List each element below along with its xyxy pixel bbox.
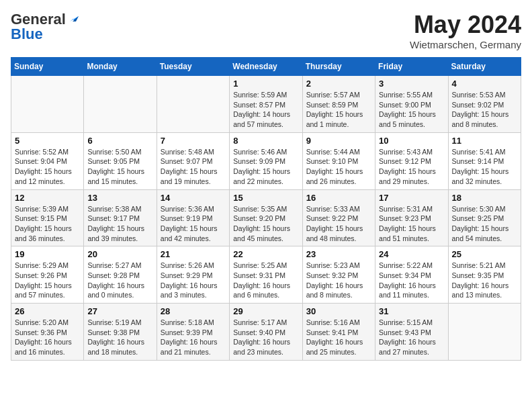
- day-number: 18: [452, 193, 517, 203]
- calendar-cell: 11Sunrise: 5:41 AM Sunset: 9:14 PM Dayli…: [448, 132, 521, 189]
- day-info: Sunrise: 5:21 AM Sunset: 9:35 PM Dayligh…: [452, 261, 517, 300]
- calendar-cell: 3Sunrise: 5:55 AM Sunset: 9:00 PM Daylig…: [375, 76, 448, 133]
- calendar-cell: 9Sunrise: 5:44 AM Sunset: 9:10 PM Daylig…: [302, 132, 375, 189]
- calendar-cell: 13Sunrise: 5:38 AM Sunset: 9:17 PM Dayli…: [84, 189, 157, 246]
- calendar-cell: [157, 76, 229, 133]
- subtitle: Wietmarschen, Germany: [410, 39, 521, 50]
- calendar-cell: 19Sunrise: 5:29 AM Sunset: 9:26 PM Dayli…: [11, 246, 84, 304]
- day-info: Sunrise: 5:23 AM Sunset: 9:32 PM Dayligh…: [306, 261, 371, 300]
- calendar-week-4: 19Sunrise: 5:29 AM Sunset: 9:26 PM Dayli…: [11, 246, 521, 304]
- calendar-cell: 30Sunrise: 5:16 AM Sunset: 9:41 PM Dayli…: [302, 304, 375, 361]
- calendar-cell: 14Sunrise: 5:36 AM Sunset: 9:19 PM Dayli…: [157, 189, 229, 246]
- day-info: Sunrise: 5:26 AM Sunset: 9:29 PM Dayligh…: [161, 261, 226, 300]
- calendar-cell: 5Sunrise: 5:52 AM Sunset: 9:04 PM Daylig…: [11, 132, 84, 189]
- day-info: Sunrise: 5:41 AM Sunset: 9:14 PM Dayligh…: [452, 147, 517, 187]
- day-number: 8: [233, 136, 298, 146]
- calendar-cell: 12Sunrise: 5:39 AM Sunset: 9:15 PM Dayli…: [11, 189, 84, 246]
- day-number: 24: [379, 249, 444, 259]
- day-number: 2: [306, 79, 371, 89]
- day-info: Sunrise: 5:50 AM Sunset: 9:05 PM Dayligh…: [87, 147, 152, 187]
- day-info: Sunrise: 5:39 AM Sunset: 9:15 PM Dayligh…: [15, 204, 80, 244]
- calendar-cell: 15Sunrise: 5:35 AM Sunset: 9:20 PM Dayli…: [230, 189, 302, 246]
- day-number: 6: [87, 136, 152, 146]
- calendar-week-2: 5Sunrise: 5:52 AM Sunset: 9:04 PM Daylig…: [11, 132, 521, 189]
- day-info: Sunrise: 5:22 AM Sunset: 9:34 PM Dayligh…: [379, 261, 444, 300]
- calendar-table: SundayMondayTuesdayWednesdayThursdayFrid…: [11, 57, 521, 361]
- day-info: Sunrise: 5:35 AM Sunset: 9:20 PM Dayligh…: [233, 204, 298, 244]
- day-info: Sunrise: 5:25 AM Sunset: 9:31 PM Dayligh…: [233, 261, 298, 300]
- calendar-cell: 2Sunrise: 5:57 AM Sunset: 8:59 PM Daylig…: [302, 76, 375, 133]
- day-info: Sunrise: 5:48 AM Sunset: 9:07 PM Dayligh…: [161, 147, 226, 187]
- calendar-header-thursday: Thursday: [302, 58, 375, 76]
- day-info: Sunrise: 5:27 AM Sunset: 9:28 PM Dayligh…: [87, 261, 152, 300]
- day-info: Sunrise: 5:20 AM Sunset: 9:36 PM Dayligh…: [15, 318, 80, 357]
- calendar-cell: [84, 76, 157, 133]
- calendar-cell: 10Sunrise: 5:43 AM Sunset: 9:12 PM Dayli…: [375, 132, 448, 189]
- day-info: Sunrise: 5:59 AM Sunset: 8:57 PM Dayligh…: [233, 90, 298, 130]
- day-info: Sunrise: 5:17 AM Sunset: 9:40 PM Dayligh…: [233, 318, 298, 357]
- day-info: Sunrise: 5:57 AM Sunset: 8:59 PM Dayligh…: [306, 90, 371, 130]
- logo-bird-icon: [66, 12, 79, 24]
- day-info: Sunrise: 5:44 AM Sunset: 9:10 PM Dayligh…: [306, 147, 371, 187]
- day-number: 19: [15, 249, 80, 259]
- calendar-cell: [448, 304, 521, 361]
- day-info: Sunrise: 5:38 AM Sunset: 9:17 PM Dayligh…: [87, 204, 152, 244]
- day-number: 17: [379, 193, 444, 203]
- day-info: Sunrise: 5:15 AM Sunset: 9:43 PM Dayligh…: [379, 318, 444, 357]
- day-number: 14: [161, 193, 226, 203]
- day-number: 25: [452, 249, 517, 259]
- calendar-week-5: 26Sunrise: 5:20 AM Sunset: 9:36 PM Dayli…: [11, 304, 521, 361]
- day-info: Sunrise: 5:55 AM Sunset: 9:00 PM Dayligh…: [379, 90, 444, 130]
- calendar-header-wednesday: Wednesday: [230, 58, 302, 76]
- day-info: Sunrise: 5:18 AM Sunset: 9:39 PM Dayligh…: [161, 318, 226, 357]
- calendar-cell: 7Sunrise: 5:48 AM Sunset: 9:07 PM Daylig…: [157, 132, 229, 189]
- day-info: Sunrise: 5:19 AM Sunset: 9:38 PM Dayligh…: [87, 318, 152, 357]
- calendar-cell: 21Sunrise: 5:26 AM Sunset: 9:29 PM Dayli…: [157, 246, 229, 304]
- day-info: Sunrise: 5:52 AM Sunset: 9:04 PM Dayligh…: [15, 147, 80, 187]
- svg-marker-1: [73, 16, 79, 21]
- day-info: Sunrise: 5:16 AM Sunset: 9:41 PM Dayligh…: [306, 318, 371, 357]
- calendar-cell: 29Sunrise: 5:17 AM Sunset: 9:40 PM Dayli…: [230, 304, 302, 361]
- calendar-cell: 17Sunrise: 5:31 AM Sunset: 9:23 PM Dayli…: [375, 189, 448, 246]
- day-number: 23: [306, 249, 371, 259]
- day-number: 22: [233, 249, 298, 259]
- calendar-cell: 28Sunrise: 5:18 AM Sunset: 9:39 PM Dayli…: [157, 304, 229, 361]
- day-number: 1: [233, 79, 298, 89]
- day-number: 20: [87, 249, 152, 259]
- calendar-header-monday: Monday: [84, 58, 157, 76]
- day-number: 10: [379, 136, 444, 146]
- calendar-week-3: 12Sunrise: 5:39 AM Sunset: 9:15 PM Dayli…: [11, 189, 521, 246]
- day-info: Sunrise: 5:53 AM Sunset: 9:02 PM Dayligh…: [452, 90, 517, 130]
- calendar-cell: 8Sunrise: 5:46 AM Sunset: 9:09 PM Daylig…: [230, 132, 302, 189]
- title-block: May 2024 Wietmarschen, Germany: [410, 11, 521, 50]
- calendar-cell: 20Sunrise: 5:27 AM Sunset: 9:28 PM Dayli…: [84, 246, 157, 304]
- day-info: Sunrise: 5:43 AM Sunset: 9:12 PM Dayligh…: [379, 147, 444, 187]
- day-number: 31: [379, 306, 444, 316]
- calendar-cell: 27Sunrise: 5:19 AM Sunset: 9:38 PM Dayli…: [84, 304, 157, 361]
- calendar-cell: 22Sunrise: 5:25 AM Sunset: 9:31 PM Dayli…: [230, 246, 302, 304]
- calendar-cell: 4Sunrise: 5:53 AM Sunset: 9:02 PM Daylig…: [448, 76, 521, 133]
- calendar-header-saturday: Saturday: [448, 58, 521, 76]
- day-info: Sunrise: 5:33 AM Sunset: 9:22 PM Dayligh…: [306, 204, 371, 244]
- calendar-cell: 31Sunrise: 5:15 AM Sunset: 9:43 PM Dayli…: [375, 304, 448, 361]
- calendar-week-1: 1Sunrise: 5:59 AM Sunset: 8:57 PM Daylig…: [11, 76, 521, 133]
- day-info: Sunrise: 5:46 AM Sunset: 9:09 PM Dayligh…: [233, 147, 298, 187]
- calendar-cell: 18Sunrise: 5:30 AM Sunset: 9:25 PM Dayli…: [448, 189, 521, 246]
- day-info: Sunrise: 5:36 AM Sunset: 9:19 PM Dayligh…: [161, 204, 226, 244]
- calendar-cell: 26Sunrise: 5:20 AM Sunset: 9:36 PM Dayli…: [11, 304, 84, 361]
- day-number: 29: [233, 306, 298, 316]
- day-number: 9: [306, 136, 371, 146]
- page-header: General Blue May 2024 Wietmarschen, Germ…: [11, 11, 521, 50]
- calendar-cell: 16Sunrise: 5:33 AM Sunset: 9:22 PM Dayli…: [302, 189, 375, 246]
- calendar-header-friday: Friday: [375, 58, 448, 76]
- day-number: 13: [87, 193, 152, 203]
- calendar-cell: [11, 76, 84, 133]
- calendar-cell: 23Sunrise: 5:23 AM Sunset: 9:32 PM Dayli…: [302, 246, 375, 304]
- day-number: 7: [161, 136, 226, 146]
- logo-blue: Blue: [11, 26, 43, 43]
- calendar-header-sunday: Sunday: [11, 58, 84, 76]
- day-number: 15: [233, 193, 298, 203]
- calendar-cell: 1Sunrise: 5:59 AM Sunset: 8:57 PM Daylig…: [230, 76, 302, 133]
- calendar-cell: 6Sunrise: 5:50 AM Sunset: 9:05 PM Daylig…: [84, 132, 157, 189]
- calendar-cell: 25Sunrise: 5:21 AM Sunset: 9:35 PM Dayli…: [448, 246, 521, 304]
